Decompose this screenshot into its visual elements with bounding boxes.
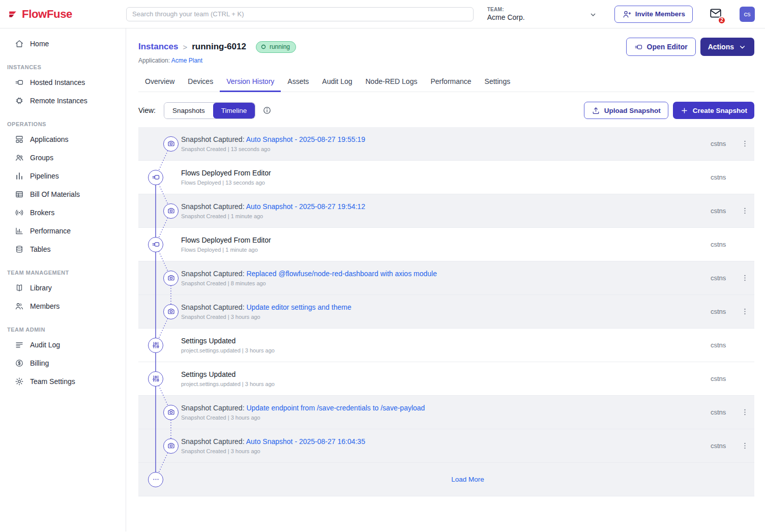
timeline-user: cstns — [711, 173, 735, 181]
status-label: running — [270, 43, 290, 50]
open-editor-button[interactable]: Open Editor — [626, 38, 696, 56]
page-title: running-6012 — [192, 42, 246, 52]
ellipsis-icon — [148, 472, 163, 487]
timeline-row-load-more: Load More — [138, 463, 754, 496]
snapshot-link[interactable]: Auto Snapshot - 2025-08-27 19:54:12 — [246, 202, 365, 211]
toggle-snapshots[interactable]: Snapshots — [164, 103, 213, 119]
timeline-meta: Snapshot Created | 3 hours ago — [181, 415, 711, 421]
sidebar-item-team-settings[interactable]: Team Settings — [0, 372, 126, 391]
timeline-title: Settings Updated — [181, 337, 711, 345]
snapshot-title-prefix: Snapshot Captured: — [181, 303, 246, 311]
notifications-badge: 2 — [718, 16, 726, 24]
actions-button[interactable]: Actions — [700, 38, 754, 56]
currency-icon — [15, 359, 24, 368]
timeline-user: cstns — [711, 274, 735, 282]
row-menu-button[interactable] — [735, 206, 754, 215]
sidebar-item-label: Home — [30, 40, 49, 48]
breadcrumb-instances-link[interactable]: Instances — [138, 42, 178, 52]
sidebar-item-audit-log[interactable]: Audit Log — [0, 336, 126, 354]
timeline-row-deploy: Flows Deployed From EditorFlows Deployed… — [138, 228, 754, 261]
snapshot-title-prefix: Snapshot Captured: — [181, 437, 246, 446]
snapshot-link[interactable]: Auto Snapshot - 2025-08-27 16:04:35 — [246, 437, 365, 446]
timeline-meta: Snapshot Created | 8 minutes ago — [181, 280, 711, 286]
editor-node-icon — [634, 43, 643, 51]
user-group-icon — [15, 153, 24, 162]
sidebar-item-label: Library — [30, 284, 52, 292]
sidebar-item-groups[interactable]: Groups — [0, 149, 126, 167]
timeline-meta: Flows Deployed | 1 minute ago — [181, 247, 711, 253]
sidebar-item-bill-of-materials[interactable]: Bill Of Materials — [0, 185, 126, 203]
row-menu-button[interactable] — [735, 139, 754, 148]
notifications-button[interactable]: 2 — [709, 7, 722, 22]
tab-version-history[interactable]: Version History — [220, 72, 281, 92]
sidebar-item-hosted-instances[interactable]: Hosted Instances — [0, 73, 126, 92]
tab-overview[interactable]: Overview — [138, 72, 181, 92]
event-title: Settings Updated — [181, 337, 236, 345]
search-input[interactable] — [126, 7, 474, 21]
upload-icon — [592, 106, 600, 115]
chevron-down-icon — [589, 10, 597, 18]
upload-snapshot-button[interactable]: Upload Snapshot — [584, 102, 668, 119]
timeline-user: cstns — [711, 207, 735, 215]
sidebar-item-library[interactable]: Library — [0, 279, 126, 297]
sidebar-section-header-team-management: TEAM MANAGEMENT — [0, 258, 126, 279]
snapshot-link[interactable]: Auto Snapshot - 2025-08-27 19:55:19 — [246, 135, 365, 143]
sidebar-section-header-team-admin: TEAM ADMIN — [0, 315, 126, 336]
sidebar-item-applications[interactable]: Applications — [0, 130, 126, 149]
row-menu-button[interactable] — [735, 307, 754, 316]
tab-settings[interactable]: Settings — [478, 72, 517, 92]
tab-assets[interactable]: Assets — [281, 72, 315, 92]
timeline-title: Flows Deployed From Editor — [181, 236, 711, 244]
timeline-meta: Snapshot Created | 1 minute ago — [181, 213, 711, 219]
team-selector[interactable]: TEAM: Acme Corp. — [487, 7, 597, 21]
timeline-title: Snapshot Captured: Auto Snapshot - 2025-… — [181, 437, 711, 446]
info-icon[interactable] — [262, 106, 272, 115]
sidebar-item-home[interactable]: Home — [0, 35, 126, 53]
sidebar-item-tables[interactable]: Tables — [0, 240, 126, 258]
timeline-row-settings: Settings Updatedproject.settings.updated… — [138, 329, 754, 362]
sidebar-item-pipelines[interactable]: Pipelines — [0, 167, 126, 185]
running-status-icon — [260, 44, 267, 50]
timeline-user: cstns — [711, 442, 735, 450]
table-list-icon — [15, 190, 24, 199]
flowfuse-logo[interactable]: FlowFuse — [8, 8, 126, 21]
tab-node-red-logs[interactable]: Node-RED Logs — [359, 72, 424, 92]
tab-devices[interactable]: Devices — [181, 72, 220, 92]
tab-audit-log[interactable]: Audit Log — [315, 72, 359, 92]
sidebar-item-members[interactable]: Members — [0, 297, 126, 315]
sidebar-item-remote-instances[interactable]: Remote Instances — [0, 92, 126, 110]
sidebar-item-billing[interactable]: Billing — [0, 354, 126, 372]
avatar[interactable]: cs — [740, 7, 755, 22]
camera-icon — [163, 203, 179, 219]
row-menu-button[interactable] — [735, 274, 754, 282]
timeline-row-snapshot: Snapshot Captured: Auto Snapshot - 2025-… — [138, 127, 754, 161]
logo-text: FlowFuse — [22, 8, 72, 21]
snapshot-link[interactable]: Update editor settings and theme — [246, 303, 351, 311]
snapshot-link[interactable]: Update endpoint from /save-credentials t… — [246, 404, 425, 412]
sidebar-item-label: Billing — [30, 359, 49, 367]
invite-members-label: Invite Members — [635, 10, 685, 18]
sidebar-item-label: Hosted Instances — [30, 78, 85, 86]
load-more-link[interactable]: Load More — [451, 476, 484, 483]
toggle-timeline[interactable]: Timeline — [213, 103, 255, 119]
snapshot-link[interactable]: Replaced @flowfuse/node-red-dashboard wi… — [246, 270, 437, 278]
timeline-user: cstns — [711, 408, 735, 416]
sidebar-item-label: Performance — [30, 227, 71, 235]
sidebar-item-brokers[interactable]: Brokers — [0, 203, 126, 222]
sidebar-nav: HomeINSTANCESHosted InstancesRemote Inst… — [0, 28, 126, 531]
row-menu-button[interactable] — [735, 441, 754, 450]
application-link[interactable]: Acme Plant — [171, 57, 202, 64]
sidebar-item-performance[interactable]: Performance — [0, 222, 126, 240]
tab-performance[interactable]: Performance — [424, 72, 478, 92]
timeline-user: cstns — [711, 308, 735, 315]
status-badge: running — [256, 41, 296, 53]
timeline-title: Flows Deployed From Editor — [181, 169, 711, 177]
timeline-title: Snapshot Captured: Update endpoint from … — [181, 404, 711, 412]
tab-bar: OverviewDevicesVersion HistoryAssetsAudi… — [138, 72, 754, 92]
create-snapshot-button[interactable]: Create Snapshot — [673, 102, 754, 119]
timeline-meta: Snapshot Created | 3 hours ago — [181, 448, 711, 454]
timeline-row-deploy: Flows Deployed From EditorFlows Deployed… — [138, 161, 754, 194]
invite-members-button[interactable]: Invite Members — [614, 6, 693, 23]
upload-snapshot-label: Upload Snapshot — [604, 107, 661, 114]
row-menu-button[interactable] — [735, 408, 754, 417]
